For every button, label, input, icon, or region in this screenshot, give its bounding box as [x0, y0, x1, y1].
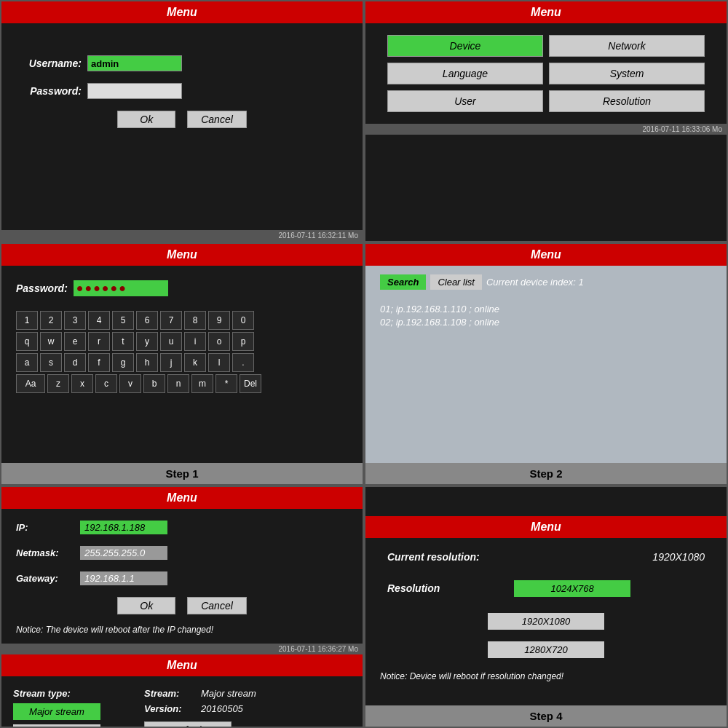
- key-star[interactable]: *: [215, 374, 237, 393]
- key-7[interactable]: 7: [160, 311, 182, 330]
- step1-password-input[interactable]: ●●●●●●: [74, 280, 168, 296]
- login-menu-title: Menu: [1, 1, 363, 23]
- key-m[interactable]: m: [191, 374, 213, 393]
- key-1[interactable]: 1: [16, 311, 38, 330]
- login-screen: Menu Username: admin Password: Ok Cancel…: [1, 1, 363, 241]
- key-3[interactable]: 3: [64, 311, 86, 330]
- key-t[interactable]: t: [112, 332, 134, 351]
- key-o[interactable]: o: [208, 332, 230, 351]
- gateway-row: Gateway: 192.168.1.1: [16, 571, 348, 585]
- device-2[interactable]: 02; ip.192.168.1.108 ; online: [380, 317, 712, 328]
- step3-menu-title: Menu: [1, 487, 363, 509]
- key-h[interactable]: h: [136, 353, 158, 372]
- step1-screen: Menu Password: ●●●●●● 1 2 3 4 5 6 7 8 9 …: [1, 244, 363, 462]
- ok-button[interactable]: Ok: [117, 111, 175, 128]
- current-res-row: Current resolution: 1920X1080: [380, 551, 712, 563]
- device-1[interactable]: 01; ip.192.168.1.110 ; online: [380, 304, 712, 314]
- step3-screen: Menu IP: 192.168.1.188 Netmask: 255.255.…: [1, 487, 363, 728]
- key-c[interactable]: c: [95, 374, 117, 393]
- key-6[interactable]: 6: [136, 311, 158, 330]
- ip-value[interactable]: 192.168.1.188: [80, 521, 167, 534]
- res-notice: Notice: Device will reboot if resolution…: [380, 671, 712, 681]
- key-y[interactable]: y: [136, 332, 158, 351]
- key-j[interactable]: j: [160, 353, 182, 372]
- key-del[interactable]: Del: [240, 374, 261, 393]
- ip-notice: Notice: The device will reboot after the…: [16, 625, 348, 635]
- device-list: 01; ip.192.168.1.110 ; online 02; ip.192…: [380, 301, 712, 330]
- current-res-label: Current resolution:: [387, 551, 480, 563]
- ip-ok-button[interactable]: Ok: [117, 597, 175, 614]
- system-button[interactable]: System: [549, 63, 705, 84]
- key-dot[interactable]: .: [232, 353, 254, 372]
- key-2[interactable]: 2: [40, 311, 62, 330]
- key-p[interactable]: p: [232, 332, 254, 351]
- step1-label: Step 1: [1, 463, 363, 484]
- resolution-active-btn[interactable]: 1024X768: [514, 580, 630, 597]
- key-9[interactable]: 9: [208, 311, 230, 330]
- resolution-1920-button[interactable]: 1920X1080: [488, 613, 604, 630]
- key-q[interactable]: q: [16, 332, 38, 351]
- key-8[interactable]: 8: [184, 311, 206, 330]
- key-i[interactable]: i: [184, 332, 206, 351]
- step3-ip-content: IP: 192.168.1.188 Netmask: 255.255.255.0…: [1, 509, 363, 644]
- menu-grid-timestamp: 2016-07-11 16:33:06 Mo: [365, 124, 727, 135]
- key-d[interactable]: d: [64, 353, 86, 372]
- key-u[interactable]: u: [160, 332, 182, 351]
- ip-label: IP:: [16, 522, 74, 533]
- key-z[interactable]: z: [47, 374, 69, 393]
- login-buttons: Ok Cancel: [16, 111, 348, 128]
- key-r[interactable]: r: [88, 332, 110, 351]
- device-button[interactable]: Device: [387, 35, 543, 57]
- password-input[interactable]: [87, 83, 182, 99]
- key-b[interactable]: b: [143, 374, 165, 393]
- resolution-1280-button[interactable]: 1280X720: [488, 641, 604, 658]
- key-k[interactable]: k: [184, 353, 206, 372]
- netmask-label: Netmask:: [16, 547, 74, 558]
- network-button[interactable]: Network: [549, 35, 705, 57]
- search-button[interactable]: Search: [380, 274, 426, 290]
- login-content: Username: admin Password: Ok Cancel: [1, 23, 363, 230]
- search-bar: Search Clear list Current device index: …: [380, 274, 712, 290]
- key-f[interactable]: f: [88, 353, 110, 372]
- key-4[interactable]: 4: [88, 311, 110, 330]
- key-g[interactable]: g: [112, 353, 134, 372]
- step3-cell: Menu IP: 192.168.1.188 Netmask: 255.255.…: [0, 486, 364, 728]
- device-index: Current device index: 1: [486, 277, 584, 288]
- default-config-button[interactable]: Default config: [144, 721, 232, 728]
- user-button[interactable]: User: [387, 90, 543, 112]
- key-s[interactable]: s: [40, 353, 62, 372]
- key-l[interactable]: l: [208, 353, 230, 372]
- username-row: Username: admin: [16, 55, 348, 71]
- clear-list-button[interactable]: Clear list: [430, 274, 482, 290]
- key-aa[interactable]: Aa: [16, 374, 45, 393]
- step2-content: Search Clear list Current device index: …: [365, 266, 727, 462]
- username-input[interactable]: admin: [87, 55, 182, 71]
- key-w[interactable]: w: [40, 332, 62, 351]
- key-n[interactable]: n: [167, 374, 189, 393]
- ip-cancel-button[interactable]: Cancel: [187, 597, 247, 614]
- key-v[interactable]: v: [119, 374, 141, 393]
- menu-grid-screen: Menu Device Network Language System User…: [365, 1, 727, 241]
- key-a[interactable]: a: [16, 353, 38, 372]
- key-5[interactable]: 5: [112, 311, 134, 330]
- step2-menu-title: Menu: [365, 244, 727, 266]
- major-stream-button[interactable]: Major stream: [13, 703, 100, 720]
- version-label: Version:: [144, 703, 195, 714]
- step4-screen: Menu Current resolution: 1920X1080 Resol…: [365, 487, 727, 705]
- current-res-value: 1920X1080: [652, 551, 705, 563]
- key-x[interactable]: x: [71, 374, 93, 393]
- gateway-value[interactable]: 192.168.1.1: [80, 571, 167, 585]
- cancel-button[interactable]: Cancel: [187, 111, 247, 128]
- stream-info-row: Stream: Major stream: [144, 688, 351, 699]
- version-value: 20160505: [201, 703, 243, 714]
- netmask-value[interactable]: 255.255.255.0: [80, 546, 167, 560]
- language-button[interactable]: Language: [387, 63, 543, 84]
- minor-stream-button[interactable]: Minor stream: [13, 724, 100, 728]
- resolution-label: Resolution: [387, 582, 440, 594]
- key-0[interactable]: 0: [232, 311, 254, 330]
- ip-buttons: Ok Cancel: [16, 597, 348, 614]
- key-e[interactable]: e: [64, 332, 86, 351]
- menu-grid-title: Menu: [365, 1, 727, 23]
- resolution-row: Resolution 1024X768: [380, 577, 712, 600]
- resolution-button[interactable]: Resolution: [549, 90, 705, 112]
